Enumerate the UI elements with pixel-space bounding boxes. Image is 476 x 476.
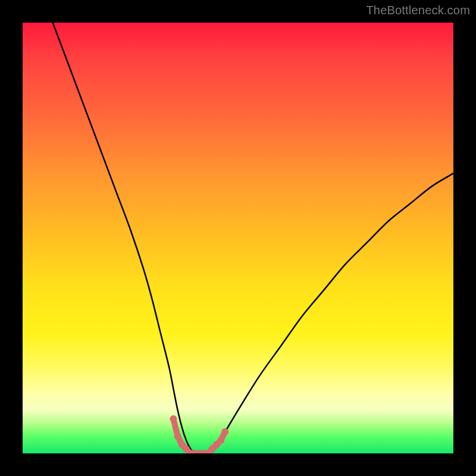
floor-marker-dot	[221, 428, 228, 436]
floor-marker-dot	[217, 437, 224, 444]
floor-marker-dots	[170, 415, 228, 453]
bottleneck-curve-svg	[23, 23, 453, 453]
floor-marker-dot	[174, 433, 181, 440]
bottleneck-curve	[53, 23, 453, 453]
chart-frame: TheBottleneck.com	[0, 0, 476, 476]
plot-area	[23, 23, 453, 453]
floor-marker-dot	[170, 415, 177, 422]
watermark-text: TheBottleneck.com	[366, 4, 470, 17]
